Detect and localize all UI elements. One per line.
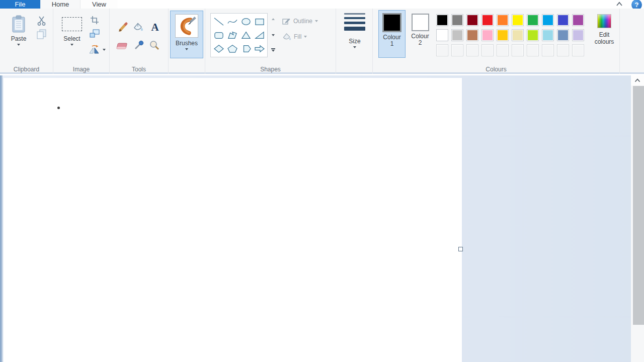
palette-swatch-black[interactable] xyxy=(436,14,448,26)
chevron-up-icon xyxy=(615,1,624,8)
shape-triangle[interactable] xyxy=(239,28,253,42)
shapes-scroll-up-button[interactable] xyxy=(269,15,277,23)
cut-button[interactable] xyxy=(35,15,47,27)
palette-swatch-green[interactable] xyxy=(527,14,539,26)
fill-dropdown[interactable]: Fill xyxy=(282,32,307,42)
group-image: Select xyxy=(53,9,110,74)
select-button[interactable]: Select xyxy=(57,10,87,58)
more-icon xyxy=(271,48,275,49)
palette-swatch-turquoise[interactable] xyxy=(542,14,554,26)
palette-swatch-orange[interactable] xyxy=(497,14,509,26)
shape-right-arrow[interactable] xyxy=(253,42,266,56)
shape-rounded-rectangle[interactable] xyxy=(212,28,225,42)
palette-swatch-purple[interactable] xyxy=(572,14,584,26)
shape-rectangle[interactable] xyxy=(253,15,266,28)
shape-polygon[interactable] xyxy=(225,28,239,42)
rotate-icon xyxy=(88,45,101,55)
tools-group-label: Tools xyxy=(110,66,168,73)
rotate-dropdown-caret[interactable] xyxy=(103,49,106,51)
shapes-scroll-down-button[interactable] xyxy=(269,31,277,39)
palette-swatch-lime[interactable] xyxy=(527,29,539,41)
collapse-ribbon-button[interactable] xyxy=(615,1,624,8)
size-icon xyxy=(344,13,365,31)
palette-swatch-grey-50[interactable] xyxy=(451,14,463,26)
palette-swatch-white[interactable] xyxy=(436,29,448,41)
magnifier-icon xyxy=(149,40,160,51)
shape-right-triangle[interactable] xyxy=(253,28,266,42)
palette-swatch-empty xyxy=(497,44,509,56)
colour-picker-tool-button[interactable] xyxy=(132,39,145,52)
magnifier-tool-button[interactable] xyxy=(148,39,161,52)
tab-file[interactable]: File xyxy=(0,0,40,9)
palette-swatch-empty xyxy=(451,44,463,56)
palette-swatch-brown[interactable] xyxy=(466,29,478,41)
palette-swatch-light-turquoise[interactable] xyxy=(542,29,554,41)
eraser-tool-button[interactable] xyxy=(115,40,128,53)
shape-curve[interactable] xyxy=(225,15,239,28)
shapes-group-label: Shapes xyxy=(205,66,336,73)
brush-dot xyxy=(57,107,60,109)
colour1-button[interactable]: Colour 1 xyxy=(378,10,406,58)
image-group-label: Image xyxy=(53,66,109,73)
brushes-button[interactable]: Brushes xyxy=(170,11,203,58)
outline-icon xyxy=(282,17,291,26)
copy-button[interactable] xyxy=(35,28,47,40)
palette-swatch-rose[interactable] xyxy=(481,29,494,41)
pencil-tool-button[interactable] xyxy=(116,21,129,34)
brush-tile xyxy=(175,14,198,38)
resize-button[interactable] xyxy=(89,28,101,40)
shape-pentagon[interactable] xyxy=(225,42,239,56)
colours-group-label: Colours xyxy=(373,66,619,73)
fill-caret xyxy=(304,36,307,38)
vertical-scrollbar[interactable] xyxy=(631,75,644,362)
palette-swatch-lavender[interactable] xyxy=(572,29,584,41)
colour1-label: Colour 1 xyxy=(383,34,400,47)
text-tool-button[interactable]: A xyxy=(148,21,162,34)
rotate-button[interactable] xyxy=(88,44,102,56)
eraser-icon xyxy=(115,42,128,50)
palette-swatch-empty xyxy=(512,44,524,56)
shape-line[interactable] xyxy=(212,15,225,28)
fill-label: Fill xyxy=(294,33,301,40)
eyedropper-icon xyxy=(133,40,144,51)
drawing-canvas[interactable] xyxy=(4,78,462,362)
scroll-up-button[interactable] xyxy=(631,75,644,85)
edit-colours-icon xyxy=(597,14,611,28)
shapes-more-button[interactable] xyxy=(269,46,277,54)
palette-swatch-dark-red[interactable] xyxy=(466,14,478,26)
size-button[interactable]: Size xyxy=(339,10,370,58)
copy-icon xyxy=(37,29,46,39)
palette-swatch-gold[interactable] xyxy=(497,29,509,41)
shape-ellipse[interactable] xyxy=(239,15,253,28)
palette-swatch-blue-grey[interactable] xyxy=(557,29,569,41)
tab-home[interactable]: Home xyxy=(40,0,80,9)
brushes-dropdown-caret xyxy=(185,48,188,50)
palette-swatch-red[interactable] xyxy=(481,14,494,26)
palette-swatch-indigo[interactable] xyxy=(557,14,569,26)
crop-button[interactable] xyxy=(89,14,101,26)
select-dropdown-caret xyxy=(70,44,73,46)
shape-diamond[interactable] xyxy=(212,42,225,56)
edit-colours-button[interactable]: Edit colours xyxy=(591,10,618,58)
canvas-resize-handle[interactable] xyxy=(458,247,463,251)
paste-button[interactable]: Paste xyxy=(5,10,32,58)
fill-tool-button[interactable] xyxy=(131,21,144,34)
brushes-label: Brushes xyxy=(176,40,198,47)
palette-swatch-grey-25[interactable] xyxy=(451,29,463,41)
chevron-up-icon xyxy=(272,18,275,20)
select-icon xyxy=(62,17,82,31)
shape-hexagon[interactable] xyxy=(239,42,253,56)
canvas-area xyxy=(0,75,644,362)
paste-dropdown-caret xyxy=(17,44,20,46)
size-label: Size xyxy=(349,38,360,45)
tab-view[interactable]: View xyxy=(80,0,118,9)
crop-icon xyxy=(90,16,99,25)
outline-dropdown[interactable]: Outline xyxy=(282,16,318,26)
colour-palette xyxy=(436,14,585,56)
colour2-button[interactable]: Colour 2 xyxy=(407,10,434,58)
scrollbar-thumb[interactable] xyxy=(633,86,644,325)
pencil-icon xyxy=(117,22,128,33)
palette-swatch-empty xyxy=(542,44,554,56)
palette-swatch-yellow[interactable] xyxy=(512,14,524,26)
palette-swatch-light-yellow[interactable] xyxy=(512,29,524,41)
